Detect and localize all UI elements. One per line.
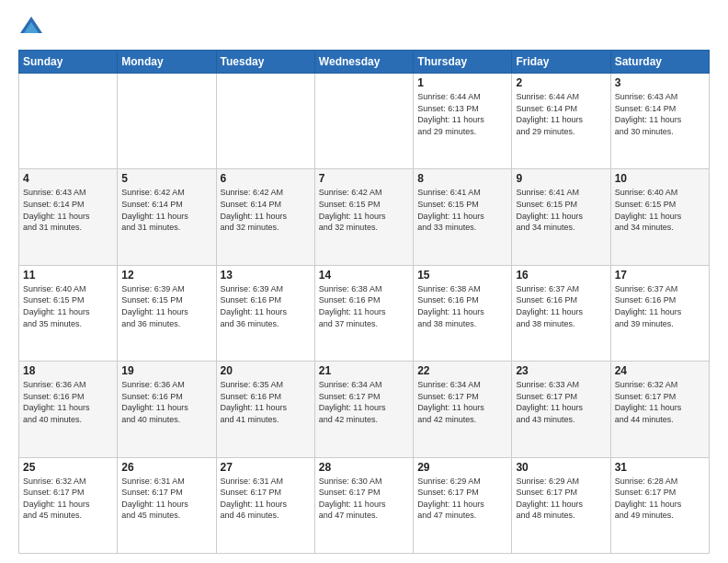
day-info: Sunrise: 6:30 AM Sunset: 6:17 PM Dayligh… <box>319 476 409 522</box>
calendar-cell: 25Sunrise: 6:32 AM Sunset: 6:17 PM Dayli… <box>19 457 118 553</box>
calendar-cell: 10Sunrise: 6:40 AM Sunset: 6:15 PM Dayli… <box>610 169 709 265</box>
weekday-header-thursday: Thursday <box>414 51 512 74</box>
calendar-cell <box>19 74 118 169</box>
day-number: 18 <box>23 364 113 377</box>
day-info: Sunrise: 6:41 AM Sunset: 6:15 PM Dayligh… <box>516 187 606 233</box>
calendar-cell: 21Sunrise: 6:34 AM Sunset: 6:17 PM Dayli… <box>314 362 413 457</box>
day-number: 31 <box>615 461 705 474</box>
calendar-week-2: 4Sunrise: 6:43 AM Sunset: 6:14 PM Daylig… <box>19 169 710 265</box>
day-info: Sunrise: 6:41 AM Sunset: 6:15 PM Dayligh… <box>417 187 507 233</box>
calendar-cell: 3Sunrise: 6:43 AM Sunset: 6:14 PM Daylig… <box>610 74 709 169</box>
calendar-cell: 13Sunrise: 6:39 AM Sunset: 6:16 PM Dayli… <box>216 265 314 361</box>
calendar-cell: 9Sunrise: 6:41 AM Sunset: 6:15 PM Daylig… <box>512 169 610 265</box>
calendar-cell: 20Sunrise: 6:35 AM Sunset: 6:16 PM Dayli… <box>216 362 314 457</box>
calendar-cell: 18Sunrise: 6:36 AM Sunset: 6:16 PM Dayli… <box>19 362 118 457</box>
day-number: 19 <box>121 364 211 377</box>
day-info: Sunrise: 6:39 AM Sunset: 6:15 PM Dayligh… <box>121 283 211 329</box>
day-number: 8 <box>417 172 507 185</box>
header <box>18 15 710 40</box>
logo <box>18 15 48 40</box>
day-info: Sunrise: 6:43 AM Sunset: 6:14 PM Dayligh… <box>23 187 113 233</box>
day-info: Sunrise: 6:36 AM Sunset: 6:16 PM Dayligh… <box>23 379 113 425</box>
day-number: 9 <box>516 172 606 185</box>
day-info: Sunrise: 6:39 AM Sunset: 6:16 PM Dayligh… <box>221 283 311 329</box>
day-number: 6 <box>221 172 311 185</box>
day-info: Sunrise: 6:31 AM Sunset: 6:17 PM Dayligh… <box>221 476 311 522</box>
day-number: 3 <box>615 76 705 89</box>
weekday-header-friday: Friday <box>512 51 610 74</box>
day-info: Sunrise: 6:32 AM Sunset: 6:17 PM Dayligh… <box>23 476 113 522</box>
weekday-header-wednesday: Wednesday <box>314 51 413 74</box>
calendar: SundayMondayTuesdayWednesdayThursdayFrid… <box>18 50 710 554</box>
calendar-cell: 29Sunrise: 6:29 AM Sunset: 6:17 PM Dayli… <box>414 457 512 553</box>
calendar-week-1: 1Sunrise: 6:44 AM Sunset: 6:13 PM Daylig… <box>19 74 710 169</box>
day-info: Sunrise: 6:40 AM Sunset: 6:15 PM Dayligh… <box>23 283 113 329</box>
day-number: 1 <box>417 76 507 89</box>
calendar-week-5: 25Sunrise: 6:32 AM Sunset: 6:17 PM Dayli… <box>19 457 710 553</box>
day-info: Sunrise: 6:37 AM Sunset: 6:16 PM Dayligh… <box>516 283 606 329</box>
day-number: 28 <box>319 461 409 474</box>
day-info: Sunrise: 6:40 AM Sunset: 6:15 PM Dayligh… <box>615 187 705 233</box>
day-number: 12 <box>121 269 211 282</box>
day-info: Sunrise: 6:34 AM Sunset: 6:17 PM Dayligh… <box>417 379 507 425</box>
calendar-cell: 27Sunrise: 6:31 AM Sunset: 6:17 PM Dayli… <box>216 457 314 553</box>
calendar-cell: 15Sunrise: 6:38 AM Sunset: 6:16 PM Dayli… <box>414 265 512 361</box>
day-number: 26 <box>121 461 211 474</box>
calendar-cell: 28Sunrise: 6:30 AM Sunset: 6:17 PM Dayli… <box>314 457 413 553</box>
day-number: 23 <box>516 364 606 377</box>
calendar-cell: 17Sunrise: 6:37 AM Sunset: 6:16 PM Dayli… <box>610 265 709 361</box>
day-number: 10 <box>615 172 705 185</box>
day-info: Sunrise: 6:36 AM Sunset: 6:16 PM Dayligh… <box>121 379 211 425</box>
calendar-cell: 30Sunrise: 6:29 AM Sunset: 6:17 PM Dayli… <box>512 457 610 553</box>
calendar-cell: 8Sunrise: 6:41 AM Sunset: 6:15 PM Daylig… <box>414 169 512 265</box>
day-info: Sunrise: 6:33 AM Sunset: 6:17 PM Dayligh… <box>516 379 606 425</box>
day-number: 7 <box>319 172 409 185</box>
day-number: 14 <box>319 269 409 282</box>
calendar-cell: 5Sunrise: 6:42 AM Sunset: 6:14 PM Daylig… <box>118 169 216 265</box>
day-info: Sunrise: 6:29 AM Sunset: 6:17 PM Dayligh… <box>417 476 507 522</box>
calendar-cell: 4Sunrise: 6:43 AM Sunset: 6:14 PM Daylig… <box>19 169 118 265</box>
day-number: 15 <box>417 269 507 282</box>
calendar-cell: 11Sunrise: 6:40 AM Sunset: 6:15 PM Dayli… <box>19 265 118 361</box>
day-info: Sunrise: 6:42 AM Sunset: 6:15 PM Dayligh… <box>319 187 409 233</box>
calendar-header-row: SundayMondayTuesdayWednesdayThursdayFrid… <box>19 51 710 74</box>
day-number: 11 <box>23 269 113 282</box>
day-info: Sunrise: 6:44 AM Sunset: 6:14 PM Dayligh… <box>516 91 606 137</box>
calendar-cell: 23Sunrise: 6:33 AM Sunset: 6:17 PM Dayli… <box>512 362 610 457</box>
day-info: Sunrise: 6:37 AM Sunset: 6:16 PM Dayligh… <box>615 283 705 329</box>
day-number: 27 <box>221 461 311 474</box>
weekday-header-saturday: Saturday <box>610 51 709 74</box>
calendar-cell: 2Sunrise: 6:44 AM Sunset: 6:14 PM Daylig… <box>512 74 610 169</box>
calendar-body: 1Sunrise: 6:44 AM Sunset: 6:13 PM Daylig… <box>19 74 710 554</box>
calendar-cell: 16Sunrise: 6:37 AM Sunset: 6:16 PM Dayli… <box>512 265 610 361</box>
calendar-cell: 31Sunrise: 6:28 AM Sunset: 6:17 PM Dayli… <box>610 457 709 553</box>
day-number: 24 <box>615 364 705 377</box>
weekday-header-tuesday: Tuesday <box>216 51 314 74</box>
day-info: Sunrise: 6:43 AM Sunset: 6:14 PM Dayligh… <box>615 91 705 137</box>
day-number: 16 <box>516 269 606 282</box>
calendar-cell <box>216 74 314 169</box>
calendar-cell: 1Sunrise: 6:44 AM Sunset: 6:13 PM Daylig… <box>414 74 512 169</box>
calendar-cell <box>314 74 413 169</box>
calendar-cell <box>118 74 216 169</box>
day-info: Sunrise: 6:31 AM Sunset: 6:17 PM Dayligh… <box>121 476 211 522</box>
day-number: 22 <box>417 364 507 377</box>
day-number: 20 <box>221 364 311 377</box>
day-number: 30 <box>516 461 606 474</box>
day-info: Sunrise: 6:38 AM Sunset: 6:16 PM Dayligh… <box>417 283 507 329</box>
day-number: 5 <box>121 172 211 185</box>
day-info: Sunrise: 6:28 AM Sunset: 6:17 PM Dayligh… <box>615 476 705 522</box>
day-number: 13 <box>221 269 311 282</box>
day-number: 17 <box>615 269 705 282</box>
day-info: Sunrise: 6:42 AM Sunset: 6:14 PM Dayligh… <box>221 187 311 233</box>
calendar-week-4: 18Sunrise: 6:36 AM Sunset: 6:16 PM Dayli… <box>19 362 710 457</box>
calendar-cell: 19Sunrise: 6:36 AM Sunset: 6:16 PM Dayli… <box>118 362 216 457</box>
calendar-cell: 24Sunrise: 6:32 AM Sunset: 6:17 PM Dayli… <box>610 362 709 457</box>
day-number: 25 <box>23 461 113 474</box>
day-info: Sunrise: 6:32 AM Sunset: 6:17 PM Dayligh… <box>615 379 705 425</box>
day-info: Sunrise: 6:42 AM Sunset: 6:14 PM Dayligh… <box>121 187 211 233</box>
day-number: 21 <box>319 364 409 377</box>
weekday-header-sunday: Sunday <box>19 51 118 74</box>
calendar-cell: 26Sunrise: 6:31 AM Sunset: 6:17 PM Dayli… <box>118 457 216 553</box>
day-info: Sunrise: 6:38 AM Sunset: 6:16 PM Dayligh… <box>319 283 409 329</box>
